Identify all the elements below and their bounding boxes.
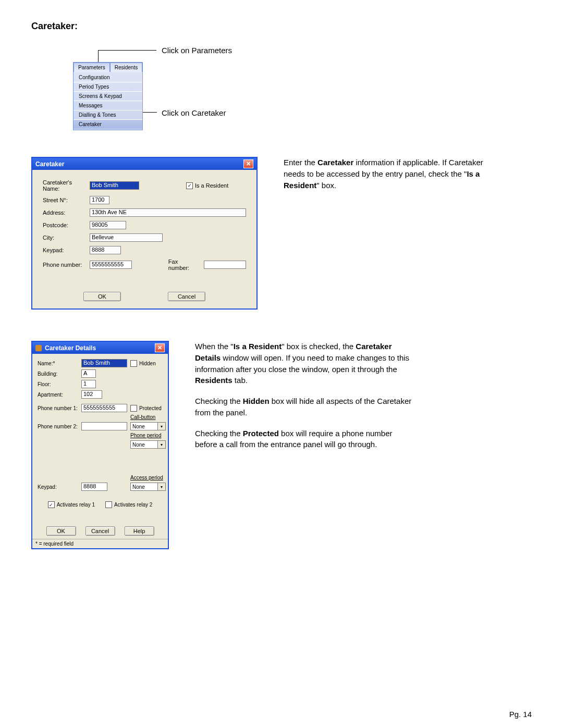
- input-city[interactable]: Bellevue: [90, 233, 163, 242]
- caretaker-dialog-title: Caretaker: [35, 161, 64, 168]
- caretaker-dialog: Caretaker ✕ Caretaker's Name: Bob Smith …: [31, 157, 258, 310]
- checkbox-protected[interactable]: [130, 405, 137, 412]
- label-caretaker-name: Caretaker's Name:: [43, 179, 90, 192]
- label-street: Street N°:: [43, 197, 90, 203]
- input-phone[interactable]: 5555555555: [90, 261, 132, 269]
- caretaker-details-title: Caretaker Details: [45, 344, 96, 352]
- select-accessperiod[interactable]: None▾: [130, 483, 166, 491]
- label-callbutton: Call-button: [130, 414, 166, 420]
- checkbox-relay1[interactable]: [48, 501, 55, 508]
- cancel-button[interactable]: Cancel: [85, 526, 115, 536]
- label-protected: Protected: [139, 405, 162, 411]
- details-app-icon: [35, 345, 42, 351]
- checkbox-is-resident[interactable]: [186, 182, 193, 189]
- label-floor: Floor:: [38, 381, 78, 387]
- tab-parameters[interactable]: Parameters: [74, 63, 110, 72]
- page-number: Pg. 14: [509, 710, 532, 719]
- input-postcode[interactable]: 98005: [90, 221, 126, 229]
- close-icon[interactable]: ✕: [243, 159, 253, 168]
- callout-caretaker: Click on Caretaker: [162, 108, 226, 117]
- label-is-resident: Is a Resident: [195, 182, 228, 189]
- ok-button[interactable]: OK: [83, 292, 121, 301]
- menu-item-configuration[interactable]: Configuration: [74, 73, 142, 82]
- caretaker-details-dialog: Caretaker Details ✕ Name:* Bob Smith Hid…: [31, 341, 169, 549]
- label-building: Building:: [38, 371, 78, 377]
- chevron-down-icon: ▾: [157, 483, 165, 490]
- required-field-note: * = required field: [32, 539, 168, 548]
- ok-button[interactable]: OK: [46, 526, 76, 536]
- input-name[interactable]: Bob Smith: [81, 359, 127, 367]
- select-callbutton[interactable]: None▾: [130, 422, 166, 430]
- input-address[interactable]: 130th Ave NE: [90, 208, 246, 217]
- label-keypad2: Keypad:: [38, 484, 78, 490]
- menu-figure: Click on Parameters Click on Caretaker P…: [31, 47, 532, 126]
- label-address: Address:: [43, 209, 90, 216]
- input-keypad2[interactable]: 8888: [81, 483, 107, 491]
- menu-item-messages[interactable]: Messages: [74, 101, 142, 110]
- label-city: City:: [43, 235, 90, 241]
- caretaker-instructions: Enter the Caretaker information if appli…: [284, 157, 503, 200]
- label-relay1: Activates relay 1: [57, 502, 95, 508]
- label-phoneperiod: Phone period: [130, 433, 166, 438]
- chevron-down-icon: ▾: [157, 441, 165, 448]
- input-street[interactable]: 1700: [90, 196, 109, 204]
- close-icon[interactable]: ✕: [155, 343, 165, 352]
- label-apartment: Apartment:: [38, 392, 78, 398]
- input-keypad[interactable]: 8888: [90, 246, 121, 254]
- input-phone1[interactable]: 5555555555: [81, 404, 127, 412]
- chevron-down-icon: ▾: [157, 423, 165, 430]
- callout-parameters: Click on Parameters: [162, 46, 232, 55]
- label-fax: Fax number:: [168, 258, 199, 271]
- label-keypad: Keypad:: [43, 247, 90, 253]
- input-building[interactable]: A: [81, 369, 96, 378]
- parameters-menu: Parameters Residents Configuration Perio…: [73, 62, 143, 130]
- menu-item-screens-keypad[interactable]: Screens & Keypad: [74, 91, 142, 101]
- caretaker-details-instructions: When the "Is a Resident" box is checked,…: [195, 341, 414, 460]
- cancel-button[interactable]: Cancel: [168, 292, 205, 301]
- tab-residents[interactable]: Residents: [110, 63, 142, 72]
- label-postcode: Postcode:: [43, 222, 90, 228]
- label-relay2: Activates relay 2: [114, 502, 152, 508]
- label-hidden: Hidden: [139, 361, 156, 366]
- checkbox-hidden[interactable]: [130, 360, 137, 367]
- input-apartment[interactable]: 102: [81, 390, 102, 399]
- checkbox-relay2[interactable]: [105, 501, 112, 508]
- label-phone: Phone number:: [43, 262, 90, 268]
- menu-item-dialling-tones[interactable]: Dialling & Tones: [74, 110, 142, 119]
- input-fax[interactable]: [204, 261, 246, 269]
- menu-item-caretaker[interactable]: Caretaker: [74, 119, 142, 129]
- label-accessperiod: Access period: [130, 475, 166, 480]
- section-title: Caretaker:: [31, 21, 532, 32]
- input-phone2[interactable]: [81, 422, 127, 430]
- input-floor[interactable]: 1: [81, 380, 96, 388]
- select-phoneperiod[interactable]: None▾: [130, 440, 166, 449]
- help-button[interactable]: Help: [125, 526, 154, 536]
- menu-item-period-types[interactable]: Period Types: [74, 82, 142, 91]
- label-name: Name:*: [38, 361, 78, 366]
- label-phone1: Phone number 1:: [38, 405, 78, 411]
- label-phone2: Phone number 2:: [38, 424, 78, 429]
- input-caretaker-name[interactable]: Bob Smith: [90, 181, 139, 190]
